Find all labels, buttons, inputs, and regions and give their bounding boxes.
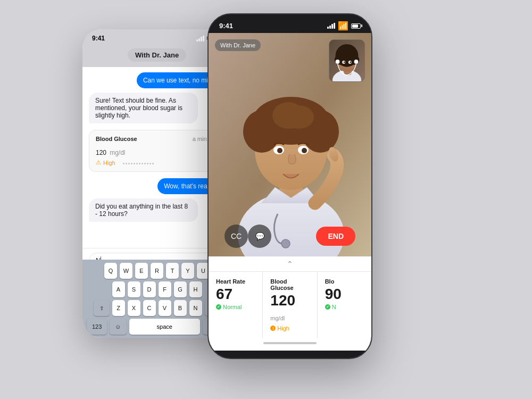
home-indicator — [263, 342, 317, 344]
svg-point-27 — [354, 60, 359, 64]
key-f[interactable]: F — [159, 281, 171, 297]
health-metrics-panel: Heart Rate 67 ✓ Normal Blood Glucose 120… — [209, 271, 371, 338]
normal-status-icon: ✓ — [216, 304, 221, 310]
key-r[interactable]: R — [151, 263, 163, 279]
third-normal-icon: ✓ — [325, 304, 330, 310]
swipe-indicator[interactable]: ⌃ — [209, 256, 371, 271]
health-card-unit: mg/dl — [110, 149, 125, 156]
signal-icon — [196, 36, 204, 41]
third-metric-title: Blo — [325, 278, 364, 285]
key-t[interactable]: T — [166, 263, 179, 279]
third-metric-status: ✓ N — [325, 304, 364, 310]
svg-point-25 — [350, 61, 351, 63]
received-message-2: Did you eat anything in the last 8 - 12 … — [89, 198, 198, 222]
key-w[interactable]: W — [120, 263, 132, 279]
key-n[interactable]: N — [189, 300, 202, 316]
key-x[interactable]: X — [128, 300, 140, 316]
phone-front: 9:41 📶 — [207, 13, 372, 359]
health-card-title: Blood Glucose — [96, 136, 137, 142]
video-call-area: With Dr. Jane — [209, 33, 371, 256]
cc-button[interactable]: CC — [225, 225, 248, 248]
key-shift[interactable]: ⇧ — [94, 300, 110, 316]
health-card-status: ⚠ High — [96, 159, 218, 166]
battery-icon-front — [351, 23, 361, 29]
chat-bubble-icon: 💬 — [255, 232, 264, 240]
svg-point-12 — [302, 148, 307, 153]
heart-rate-title: Heart Rate — [216, 278, 255, 285]
health-card-message: Blood Glucose a min ago 120 mg/dl ⚠ High — [89, 130, 225, 172]
svg-point-8 — [284, 105, 314, 129]
wifi-icon-front: 📶 — [338, 21, 348, 31]
end-call-button[interactable]: END — [316, 227, 355, 246]
pip-patient-figure — [329, 40, 364, 81]
health-card-value: 120 — [96, 149, 106, 156]
received-message-1: Sure! Text should be fine. As mentioned,… — [89, 93, 198, 123]
key-g[interactable]: G — [174, 281, 187, 297]
key-a[interactable]: A — [112, 281, 125, 297]
key-h[interactable]: H — [189, 281, 202, 297]
key-123[interactable]: 123 — [87, 319, 107, 335]
pip-video — [329, 39, 365, 82]
with-doctor-badge: With Dr. Jane — [215, 39, 261, 51]
status-icons-front: 📶 — [327, 21, 361, 31]
patient-figure — [329, 39, 364, 82]
third-metric-card: Blo 90 ✓ N — [318, 272, 371, 338]
doctor-name-back: With Dr. Jane — [128, 48, 186, 62]
blood-glucose-title: Blood Glucose — [270, 278, 309, 291]
key-q[interactable]: Q — [104, 263, 117, 279]
key-s[interactable]: S — [128, 281, 140, 297]
key-z[interactable]: Z — [112, 300, 125, 316]
signal-icon-front — [327, 23, 335, 29]
third-metric-value: 90 — [325, 287, 364, 302]
key-b[interactable]: B — [174, 300, 187, 316]
key-space[interactable]: space — [129, 319, 200, 335]
key-emoji[interactable]: ☺ — [110, 319, 126, 335]
blood-glucose-value: 120 mg/dl — [270, 293, 309, 323]
blood-glucose-unit: mg/dl — [270, 315, 285, 321]
status-bar-front: 9:41 📶 — [209, 14, 371, 33]
blood-glucose-status: ! High — [270, 325, 309, 331]
status-time-back: 9:41 — [92, 35, 105, 42]
svg-point-24 — [344, 61, 345, 63]
status-time-front: 9:41 — [219, 22, 233, 30]
key-c[interactable]: C — [143, 300, 156, 316]
home-indicator-area — [209, 338, 371, 351]
key-e[interactable]: E — [135, 263, 148, 279]
heart-rate-card: Heart Rate 67 ✓ Normal — [209, 272, 263, 338]
svg-point-26 — [336, 60, 340, 64]
key-d[interactable]: D — [143, 281, 156, 297]
high-status-icon: ! — [270, 326, 276, 331]
key-y[interactable]: Y — [181, 263, 194, 279]
key-v[interactable]: V — [159, 300, 171, 316]
svg-point-11 — [277, 148, 282, 153]
chat-button[interactable]: 💬 — [248, 225, 271, 248]
blood-glucose-card: Blood Glucose 120 mg/dl ! High — [263, 272, 317, 338]
call-controls[interactable]: CC 💬 END — [209, 225, 371, 248]
chevron-up-icon: ⌃ — [287, 260, 293, 268]
heart-rate-status: ✓ Normal — [216, 304, 255, 310]
heart-rate-value: 67 — [216, 287, 255, 302]
